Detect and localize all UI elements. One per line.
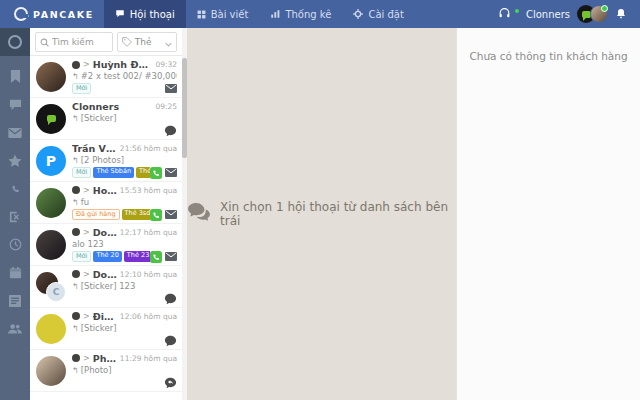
nav-settings[interactable]: Cài đặt <box>342 0 414 28</box>
tag-badge: Thẻ 3sdasdasdas <box>122 209 150 220</box>
chat-icon <box>115 9 125 19</box>
tag-filter-label: Thẻ <box>135 37 162 47</box>
conversation-time: 09:32 <box>155 60 177 69</box>
posts-icon <box>197 10 206 19</box>
headset-icon[interactable] <box>498 5 511 24</box>
close-conversation-icon[interactable] <box>8 209 23 224</box>
avatar: P <box>36 146 66 176</box>
conversation-preview: ↰fu <box>72 197 177 207</box>
nav-statistics[interactable]: Thống kê <box>259 0 342 28</box>
page-icon <box>72 186 80 194</box>
phone-icon[interactable] <box>8 181 23 196</box>
mail-icon <box>165 252 177 261</box>
tag-filter[interactable]: Thẻ <box>117 32 177 52</box>
conversation-name: Điện Máy Pho... <box>93 311 117 322</box>
page-selector[interactable] <box>0 28 30 56</box>
bell-icon[interactable] <box>615 5 627 24</box>
star-icon[interactable] <box>8 153 23 168</box>
conversation-preview: ↰[Sticker] 123 <box>72 281 177 291</box>
pancake-logo-icon <box>14 7 28 21</box>
conversation-item[interactable]: > Phan Định 11:29 hôm qua ↰[Photo] <box>30 350 182 392</box>
customer-panel: Chưa có thông tin khách hàng <box>456 28 640 400</box>
page-icon <box>72 61 80 69</box>
conversation-time: 15:53 hôm qua <box>120 186 177 195</box>
status-icons <box>165 84 177 93</box>
page-icon <box>72 270 80 278</box>
scrollbar-thumb[interactable] <box>182 58 187 158</box>
conversation-name: Phan Định <box>93 353 117 364</box>
page-separator: > <box>83 186 90 195</box>
chevron-down-icon <box>165 32 172 51</box>
search-row: Thẻ <box>30 28 182 56</box>
mail-icon[interactable] <box>8 125 23 140</box>
nav-label: Thống kê <box>285 9 331 20</box>
conversation-preview: ↰[2 Photos] <box>72 155 177 165</box>
left-rail <box>0 28 30 400</box>
status-icons <box>150 209 177 221</box>
tag-badge: Thẻ Sbbán <box>93 167 134 178</box>
conversation-item[interactable]: > Clonners 09:25 ↰[Sticker] <box>30 98 182 140</box>
avatar <box>36 104 66 134</box>
conversation-preview: alo 123 <box>72 239 177 249</box>
calendar-icon[interactable] <box>8 265 23 280</box>
page-separator: > <box>83 354 90 363</box>
conversation-item[interactable]: > Hoang Anh 15:53 hôm qua ↰fu Đã gửi hàn… <box>30 182 182 224</box>
empty-state-message: Xin chọn 1 hội thoại từ danh sách bên tr… <box>220 200 456 228</box>
search-box <box>35 32 113 52</box>
status-icons <box>164 293 177 305</box>
conversation-time: 21:56 hôm qua <box>120 144 177 153</box>
posts-list-icon[interactable] <box>8 293 23 308</box>
conversation-item[interactable]: > Huỳnh Đăng 09:32 ↰#2 x test 002/ #30,0… <box>30 56 182 98</box>
tag-badge: Thẻ 23 <box>124 251 150 262</box>
conversation-name: Dom Mike, Pa... <box>93 269 117 280</box>
page-icon <box>72 354 80 362</box>
avatar: C <box>36 272 66 302</box>
conversation-item[interactable]: C > Dom Mike, Pa... 12:10 hôm qua ↰[Stic… <box>30 266 182 308</box>
search-input[interactable] <box>52 37 108 47</box>
mail-icon <box>165 168 177 177</box>
conversation-panel: Thẻ > Huỳnh Đăng 09:32 ↰#2 x test 002/ #… <box>30 28 182 400</box>
conversation-time: 12:06 hôm qua <box>120 312 177 321</box>
bookmark-icon[interactable] <box>8 69 23 84</box>
customer-empty-message: Chưa có thông tin khách hàng <box>457 50 640 62</box>
bubble-icon <box>164 335 177 347</box>
chat-icon[interactable] <box>8 97 23 112</box>
team-icon[interactable] <box>8 321 23 336</box>
phone-icon <box>150 167 162 179</box>
clock-icon[interactable] <box>8 237 23 252</box>
conversation-time: 11:29 hôm qua <box>120 354 177 363</box>
status-icons <box>164 335 177 347</box>
conversation-preview: ↰[Photo] <box>72 365 177 375</box>
content: Thẻ > Huỳnh Đăng 09:32 ↰#2 x test 002/ #… <box>0 28 640 400</box>
list-scrollbar[interactable] <box>182 28 187 400</box>
chat-bubbles-icon <box>187 202 211 226</box>
nav-label: Bài viết <box>211 9 249 20</box>
account-name: Clonners <box>526 9 570 20</box>
app-logo[interactable]: PANCAKE <box>0 7 104 21</box>
conversation-name: Huỳnh Đăng <box>93 59 153 70</box>
nav-posts[interactable]: Bài viết <box>186 0 260 28</box>
user-avatar <box>590 5 608 23</box>
page-icon <box>72 228 80 236</box>
brand-name: PANCAKE <box>33 9 94 20</box>
avatar <box>36 188 66 218</box>
page-separator: > <box>83 312 90 321</box>
conversation-preview: ↰[Sticker] <box>72 323 177 333</box>
nav-conversations[interactable]: Hội thoại <box>104 0 186 28</box>
account-avatars[interactable] <box>577 5 608 23</box>
page-separator: > <box>83 228 90 237</box>
page-separator: > <box>83 270 90 279</box>
avatar <box>36 356 66 386</box>
conversation-item[interactable]: P > Trần Văn Khoa 21:56 hôm qua ↰[2 Phot… <box>30 140 182 182</box>
conversation-item[interactable]: > Dom Mike 12:17 hôm qua alo 123 MớiThẻ … <box>30 224 182 266</box>
avatar <box>36 314 66 344</box>
stats-icon <box>270 9 280 19</box>
nav-label: Hội thoại <box>130 9 175 20</box>
tag-badge: Thẻ 20 <box>93 251 121 262</box>
page-icon <box>72 312 80 320</box>
conversation-item[interactable]: > Điện Máy Pho... 12:06 hôm qua ↰[Sticke… <box>30 308 182 350</box>
tag-badges: MớiThẻ 20Thẻ 23 <box>72 251 150 262</box>
tag-badge: Đã gửi hàng <box>72 209 120 220</box>
conversation-name: Clonners <box>72 101 119 112</box>
online-status-dot <box>515 9 519 13</box>
